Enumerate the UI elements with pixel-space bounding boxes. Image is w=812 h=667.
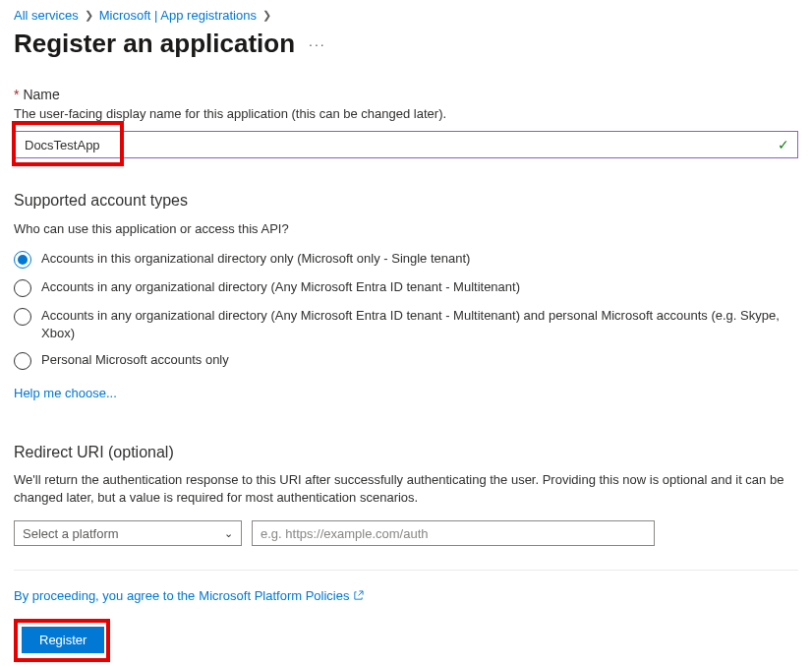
- breadcrumb-link-app-registrations[interactable]: Microsoft | App registrations: [99, 8, 257, 23]
- account-type-option-single-tenant[interactable]: Accounts in this organizational director…: [14, 250, 798, 269]
- more-actions-button[interactable]: ···: [309, 36, 326, 52]
- account-type-option-multitenant[interactable]: Accounts in any organizational directory…: [14, 278, 798, 297]
- radio-icon: [14, 308, 31, 326]
- redirect-uri-description: We'll return the authentication response…: [14, 471, 798, 507]
- page-title: Register an application: [14, 29, 295, 59]
- required-indicator: *: [14, 87, 19, 102]
- account-type-option-multitenant-personal[interactable]: Accounts in any organizational directory…: [14, 307, 798, 341]
- name-description: The user-facing display name for this ap…: [14, 106, 798, 121]
- breadcrumb-link-all-services[interactable]: All services: [14, 8, 79, 23]
- radio-icon: [14, 279, 31, 297]
- account-types-question: Who can use this application or access t…: [14, 221, 798, 236]
- platform-select[interactable]: Select a platform ⌄: [14, 520, 242, 546]
- redirect-uri-input[interactable]: [252, 520, 655, 546]
- radio-label: Personal Microsoft accounts only: [41, 351, 229, 369]
- name-label: *Name: [14, 87, 798, 102]
- account-type-option-personal-only[interactable]: Personal Microsoft accounts only: [14, 351, 798, 370]
- chevron-right-icon: ❯: [262, 9, 271, 22]
- divider: [14, 570, 798, 571]
- radio-icon: [14, 352, 31, 370]
- account-types-radio-group: Accounts in this organizational director…: [14, 250, 798, 370]
- register-button[interactable]: Register: [22, 627, 104, 653]
- help-me-choose-link[interactable]: Help me choose...: [14, 386, 117, 400]
- radio-label: Accounts in any organizational directory…: [41, 278, 520, 296]
- name-input-container: ✓: [14, 131, 798, 158]
- external-link-icon: [353, 590, 364, 601]
- platform-policies-link[interactable]: Microsoft Platform Policies: [199, 588, 349, 603]
- radio-icon: [14, 251, 31, 269]
- checkmark-icon: ✓: [778, 137, 789, 152]
- chevron-right-icon: ❯: [85, 9, 93, 22]
- platform-select-value: Select a platform: [23, 526, 119, 541]
- chevron-down-icon: ⌄: [224, 527, 233, 540]
- redirect-uri-heading: Redirect URI (optional): [14, 444, 798, 461]
- policy-agreement-text: By proceeding, you agree to the Microsof…: [14, 588, 798, 603]
- breadcrumb: All services ❯ Microsoft | App registrat…: [14, 8, 798, 23]
- radio-label: Accounts in this organizational director…: [41, 250, 470, 268]
- account-types-heading: Supported account types: [14, 192, 798, 210]
- radio-label: Accounts in any organizational directory…: [41, 307, 798, 341]
- name-input[interactable]: [23, 137, 778, 153]
